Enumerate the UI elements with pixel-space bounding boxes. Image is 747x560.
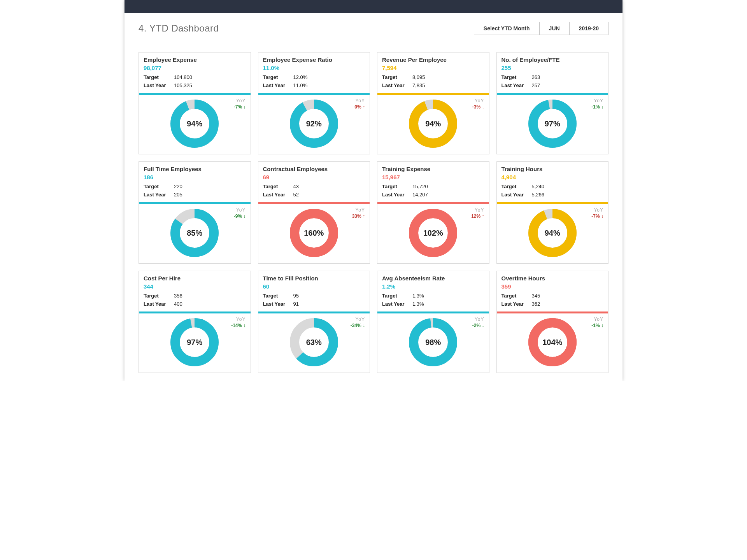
card-header: Time to Fill Position 60 Target 95 Last … — [258, 271, 370, 312]
yoy-label: YoY — [354, 98, 365, 103]
card-body: YoY -7% ↓ 94% — [497, 204, 608, 263]
card-body: YoY -2% ↓ 98% — [377, 313, 489, 373]
yoy-block: YoY -3% ↓ — [472, 98, 484, 110]
kpi-card: Employee Expense 98,077 Target 104,800 L… — [139, 52, 251, 154]
last-year-value: 105,325 — [174, 82, 192, 88]
target-label: Target — [263, 184, 293, 189]
yoy-value: -2% ↓ — [472, 323, 484, 328]
donut-chart: 92% — [289, 99, 339, 149]
last-year-value: 7,835 — [412, 82, 425, 88]
target-row: Target 8,095 — [382, 74, 484, 80]
yoy-block: YoY 0% ↑ — [354, 98, 365, 110]
kpi-value: 60 — [263, 283, 365, 290]
target-row: Target 356 — [144, 293, 246, 299]
yoy-label: YoY — [591, 207, 603, 213]
yoy-label: YoY — [471, 207, 484, 213]
kpi-title: Employee Expense Ratio — [263, 56, 365, 63]
donut-chart: 104% — [528, 317, 577, 367]
target-value: 5,240 — [532, 184, 545, 189]
yoy-label: YoY — [591, 98, 603, 103]
yoy-value: -34% ↓ — [351, 323, 365, 328]
yoy-label: YoY — [234, 207, 246, 213]
last-year-value: 257 — [532, 82, 540, 88]
donut-percent-label: 85% — [170, 208, 219, 258]
last-year-row: Last Year 1.3% — [382, 301, 484, 307]
target-label: Target — [382, 184, 412, 189]
header: 4. YTD Dashboard Select YTD Month JUN 20… — [124, 13, 622, 38]
donut-percent-label: 104% — [528, 317, 577, 367]
kpi-title: Time to Fill Position — [263, 275, 365, 282]
card-header: No. of Employee/FTE 255 Target 263 Last … — [497, 52, 608, 93]
last-year-label: Last Year — [144, 301, 174, 307]
card-body: YoY -7% ↓ 94% — [139, 95, 251, 154]
yoy-block: YoY -34% ↓ — [351, 317, 365, 328]
kpi-card: Employee Expense Ratio 11.0% Target 12.0… — [258, 52, 370, 154]
target-label: Target — [144, 184, 174, 189]
target-value: 263 — [532, 74, 540, 80]
last-year-label: Last Year — [144, 192, 174, 198]
target-label: Target — [263, 74, 293, 80]
last-year-value: 91 — [293, 301, 299, 307]
selector-year[interactable]: 2019-20 — [570, 22, 608, 35]
kpi-title: Avg Absenteeism Rate — [382, 275, 484, 282]
selector-month[interactable]: JUN — [540, 22, 570, 35]
yoy-label: YoY — [231, 317, 245, 322]
yoy-value: 12% ↑ — [471, 214, 484, 219]
last-year-label: Last Year — [382, 192, 412, 198]
donut-chart: 63% — [289, 317, 339, 367]
target-label: Target — [382, 74, 412, 80]
target-value: 15,720 — [412, 184, 428, 189]
kpi-value: 359 — [502, 283, 604, 290]
donut-chart: 94% — [528, 208, 577, 258]
last-year-row: Last Year 91 — [263, 301, 365, 307]
card-body: YoY -34% ↓ 63% — [258, 313, 370, 373]
yoy-value: 0% ↑ — [354, 104, 365, 110]
kpi-value: 255 — [502, 65, 604, 71]
donut-percent-label: 94% — [528, 208, 577, 258]
card-header: Employee Expense 98,077 Target 104,800 L… — [139, 52, 251, 93]
kpi-value: 69 — [263, 174, 365, 180]
page-title: 4. YTD Dashboard — [139, 23, 219, 34]
last-year-label: Last Year — [144, 82, 174, 88]
target-value: 356 — [174, 293, 182, 299]
kpi-card: Avg Absenteeism Rate 1.2% Target 1.3% La… — [377, 271, 489, 373]
yoy-block: YoY -9% ↓ — [234, 207, 246, 219]
topbar — [124, 0, 622, 13]
kpi-card: No. of Employee/FTE 255 Target 263 Last … — [496, 52, 609, 154]
kpi-card: Revenue Per Employee 7,594 Target 8,095 … — [377, 52, 489, 154]
donut-percent-label: 160% — [289, 208, 339, 258]
last-year-row: Last Year 105,325 — [144, 82, 246, 88]
target-value: 8,095 — [412, 74, 425, 80]
last-year-row: Last Year 205 — [144, 192, 246, 198]
selector-label: Select YTD Month — [474, 22, 540, 35]
card-body: YoY -3% ↓ 94% — [377, 95, 489, 154]
card-body: YoY -14% ↓ 97% — [139, 313, 251, 373]
donut-chart: 97% — [170, 317, 219, 367]
kpi-value: 15,967 — [382, 174, 484, 180]
yoy-block: YoY -7% ↓ — [234, 98, 246, 110]
card-header: Overtime Hours 359 Target 345 Last Year … — [497, 271, 608, 312]
target-label: Target — [382, 293, 412, 299]
last-year-label: Last Year — [263, 82, 293, 88]
donut-percent-label: 97% — [528, 99, 577, 149]
last-year-label: Last Year — [502, 301, 532, 307]
yoy-block: YoY 12% ↑ — [471, 207, 484, 219]
kpi-value: 344 — [144, 283, 246, 290]
yoy-block: YoY -14% ↓ — [231, 317, 245, 328]
yoy-label: YoY — [591, 317, 603, 322]
last-year-row: Last Year 52 — [263, 192, 365, 198]
card-header: Avg Absenteeism Rate 1.2% Target 1.3% La… — [377, 271, 489, 312]
yoy-block: YoY -7% ↓ — [591, 207, 603, 219]
yoy-value: 33% ↑ — [352, 214, 365, 219]
kpi-title: Cost Per Hire — [144, 275, 246, 282]
donut-chart: 85% — [170, 208, 219, 258]
kpi-card: Training Hours 4,904 Target 5,240 Last Y… — [496, 161, 609, 264]
card-header: Training Expense 15,967 Target 15,720 La… — [377, 162, 489, 202]
last-year-value: 5,266 — [532, 192, 545, 198]
target-row: Target 345 — [502, 293, 604, 299]
last-year-row: Last Year 257 — [502, 82, 604, 88]
last-year-value: 362 — [532, 301, 540, 307]
target-row: Target 1.3% — [382, 293, 484, 299]
last-year-row: Last Year 362 — [502, 301, 604, 307]
yoy-block: YoY 33% ↑ — [352, 207, 365, 219]
